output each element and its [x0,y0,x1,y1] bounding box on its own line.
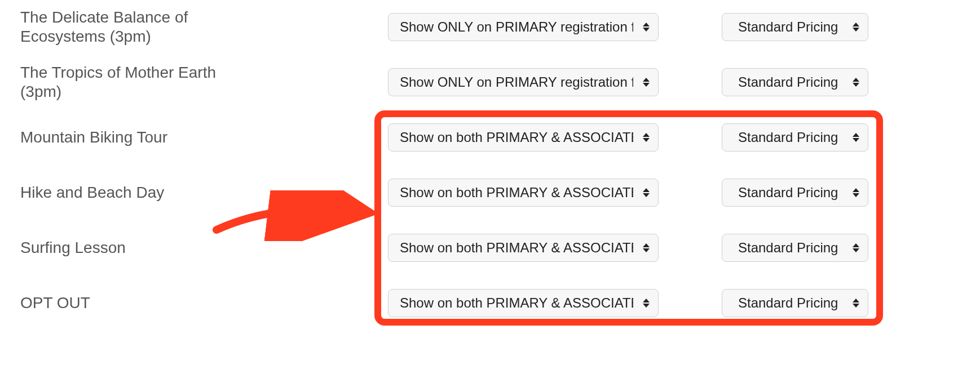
item-label: The Tropics of Mother Earth (3pm) [20,63,257,101]
chevron-up-down-icon [642,76,650,88]
pricing-select-value: Standard Pricing [738,185,843,201]
visibility-select[interactable]: Show ONLY on PRIMARY registration form [388,68,659,96]
pricing-select-value: Standard Pricing [738,240,843,256]
item-label: Mountain Biking Tour [20,128,257,147]
visibility-select[interactable]: Show on both PRIMARY & ASSOCIATE forms [388,179,659,207]
pricing-select-value: Standard Pricing [738,130,843,145]
item-label: OPT OUT [20,293,257,313]
list-item: The Delicate Balance of Ecosystems (3pm)… [0,0,980,54]
item-label: The Delicate Balance of Ecosystems (3pm) [20,8,257,46]
visibility-select-value: Show on both PRIMARY & ASSOCIATE forms [400,185,633,201]
chevron-up-down-icon [642,131,650,144]
item-label: Surfing Lesson [20,238,257,257]
chevron-up-down-icon [852,131,860,144]
visibility-select[interactable]: Show ONLY on PRIMARY registration form [388,13,659,41]
chevron-up-down-icon [852,186,860,199]
list-item: OPT OUT Show on both PRIMARY & ASSOCIATE… [0,276,980,330]
visibility-select-value: Show on both PRIMARY & ASSOCIATE forms [400,295,633,311]
list-item: Hike and Beach Day Show on both PRIMARY … [0,166,980,220]
chevron-up-down-icon [642,297,650,309]
visibility-select-value: Show on both PRIMARY & ASSOCIATE forms [400,240,633,256]
list-item: Mountain Biking Tour Show on both PRIMAR… [0,110,980,164]
chevron-up-down-icon [642,186,650,199]
list-item: The Tropics of Mother Earth (3pm) Show O… [0,55,980,109]
list-item: Surfing Lesson Show on both PRIMARY & AS… [0,221,980,275]
chevron-up-down-icon [852,297,860,309]
visibility-select[interactable]: Show on both PRIMARY & ASSOCIATE forms [388,289,659,317]
chevron-up-down-icon [852,76,860,88]
pricing-select[interactable]: Standard Pricing [722,179,868,207]
pricing-select[interactable]: Standard Pricing [722,123,868,152]
chevron-up-down-icon [642,242,650,254]
pricing-select[interactable]: Standard Pricing [722,234,868,262]
pricing-select[interactable]: Standard Pricing [722,289,868,317]
pricing-select-value: Standard Pricing [738,295,843,311]
chevron-up-down-icon [852,21,860,33]
item-label: Hike and Beach Day [20,183,257,202]
chevron-up-down-icon [852,242,860,254]
chevron-up-down-icon [642,21,650,33]
visibility-select-value: Show on both PRIMARY & ASSOCIATE forms [400,130,633,145]
visibility-select-value: Show ONLY on PRIMARY registration form [400,19,633,35]
pricing-select[interactable]: Standard Pricing [722,68,868,96]
visibility-select-value: Show ONLY on PRIMARY registration form [400,74,633,90]
pricing-select-value: Standard Pricing [738,74,843,90]
visibility-select[interactable]: Show on both PRIMARY & ASSOCIATE forms [388,123,659,152]
visibility-select[interactable]: Show on both PRIMARY & ASSOCIATE forms [388,234,659,262]
pricing-select-value: Standard Pricing [738,19,843,35]
pricing-select[interactable]: Standard Pricing [722,13,868,41]
page-root: The Delicate Balance of Ecosystems (3pm)… [0,0,980,365]
